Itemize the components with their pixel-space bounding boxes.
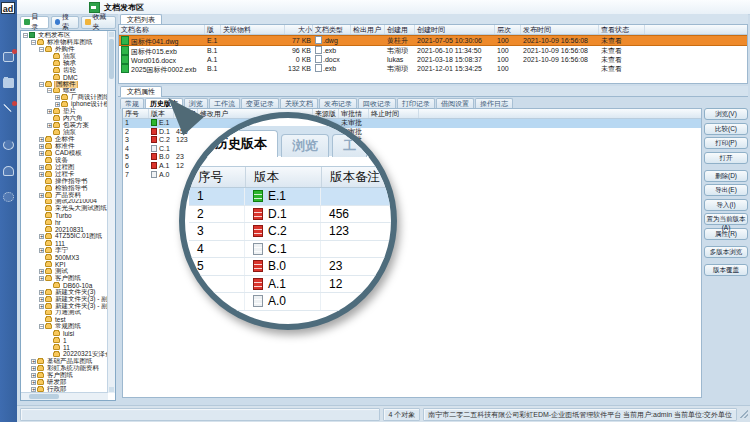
action-button[interactable]: 版本覆盖 [704, 264, 748, 276]
column-header[interactable]: 序号 [123, 109, 149, 118]
tree-item[interactable]: 内六角 [22, 115, 108, 122]
action-button[interactable]: 导入(I) [704, 199, 748, 211]
expand-icon[interactable] [47, 283, 52, 288]
tree-item[interactable]: 采光头大测试图纸 [22, 205, 108, 212]
tree-item[interactable]: test [22, 316, 108, 323]
tree-item[interactable]: 1 [22, 337, 108, 344]
expand-icon[interactable] [39, 241, 44, 246]
tree-item[interactable]: 研发部 [22, 379, 108, 386]
expand-icon[interactable] [39, 144, 44, 149]
scroll-thumb[interactable] [29, 394, 59, 399]
expand-icon[interactable] [47, 116, 52, 121]
tree-item[interactable]: 客户图纸 [22, 372, 108, 379]
column-header[interactable]: 终止时间 [369, 109, 419, 118]
tree-item[interactable]: 过程图 [22, 164, 108, 171]
expand-icon[interactable] [39, 276, 44, 281]
expand-icon[interactable] [55, 102, 60, 107]
expand-icon[interactable] [39, 172, 44, 177]
tree-item[interactable]: 新建文件夹(3) [22, 289, 108, 296]
expand-icon[interactable] [31, 380, 36, 385]
action-button[interactable]: 导出(E) [704, 184, 748, 196]
column-header[interactable]: 大小 [285, 25, 313, 34]
expand-icon[interactable] [39, 310, 44, 315]
column-header[interactable]: 层次 [495, 25, 521, 34]
expand-icon[interactable] [47, 352, 52, 357]
tree-item[interactable]: 标准物料库图纸 [22, 39, 108, 46]
expand-icon[interactable] [47, 331, 52, 336]
tree-item[interactable]: 500MX3 [22, 254, 108, 261]
expand-icon[interactable] [47, 109, 52, 114]
gear-icon[interactable] [3, 192, 14, 202]
tree-toolbar-tab[interactable]: 收藏夹 [81, 16, 116, 29]
expand-icon[interactable] [31, 373, 36, 378]
table-row[interactable]: 2025国标件0002.exb B.1 132 KB .exb 韦湖琐 2021… [119, 64, 747, 73]
action-button[interactable]: 属性(R) [704, 228, 748, 240]
tree-item[interactable]: luisi [22, 330, 108, 337]
tree-item[interactable]: 新建文件夹(3) - 副本 [22, 296, 108, 303]
expand-icon[interactable] [39, 47, 44, 52]
expand-icon[interactable] [31, 40, 36, 45]
tree-item[interactable]: 常规图纸 [22, 323, 108, 330]
tree-item[interactable]: 李宁 [22, 247, 108, 254]
expand-icon[interactable] [39, 193, 44, 198]
expand-icon[interactable] [39, 186, 44, 191]
tree-item[interactable]: DMC [22, 74, 108, 81]
expand-icon[interactable] [39, 304, 44, 309]
tree-item[interactable]: 轴承 [22, 60, 108, 67]
table-row[interactable]: Word016.docx A.1 0 KB .docx lukas 2021-0… [119, 55, 747, 64]
expand-icon[interactable] [47, 68, 52, 73]
tree-item[interactable]: 国标件 [22, 81, 108, 88]
tree-item[interactable]: 20210831 [22, 226, 108, 233]
expand-icon[interactable] [39, 317, 44, 322]
column-header[interactable]: 关联物料 [221, 25, 285, 34]
expand-icon[interactable] [39, 199, 44, 204]
resize-grip[interactable] [740, 410, 748, 418]
tree-item[interactable]: 标准件 [22, 143, 108, 150]
tree-item[interactable]: 彩虹系统功能资料 [22, 365, 108, 372]
expand-icon[interactable] [31, 366, 36, 371]
tree-item[interactable]: 油泵 [22, 53, 108, 60]
tree-item[interactable]: 11 [22, 344, 108, 351]
tab-document-properties[interactable]: 文档属性 [120, 86, 162, 97]
column-header[interactable]: 文档名称 [119, 25, 205, 34]
expand-icon[interactable] [39, 269, 44, 274]
tree-item[interactable]: Turbo [22, 212, 108, 219]
expand-icon[interactable] [47, 54, 52, 59]
tree-item[interactable]: 油泵 [22, 129, 108, 136]
tree-item[interactable]: 过程卡 [22, 171, 108, 178]
folder-icon[interactable] [3, 78, 14, 88]
column-header[interactable]: 审批情况 [339, 109, 369, 118]
tree-item[interactable]: 基础产品库图纸 [22, 358, 108, 365]
tree-horizontal-scrollbar[interactable] [21, 392, 108, 400]
expand-icon[interactable] [39, 234, 44, 239]
scroll-thumb[interactable] [109, 39, 114, 79]
expand-icon[interactable] [47, 88, 52, 93]
tree-item[interactable]: 厂商设计图纸 [22, 94, 108, 101]
tree-item[interactable]: 产品资料 [22, 192, 108, 199]
tree-item[interactable]: 设备 [22, 157, 108, 164]
message-icon[interactable] [3, 52, 14, 62]
tree-item[interactable]: 垫片 [22, 108, 108, 115]
tree-item[interactable]: 4TZ55IC.01图纸 [22, 233, 108, 240]
action-button[interactable]: 浏览(V) [704, 108, 748, 120]
expand-icon[interactable] [39, 290, 44, 295]
tree-item[interactable]: 20220321安泽金图纸 [22, 351, 108, 358]
table-row[interactable]: 2 D.1 456 C.2 已审批 [123, 128, 701, 137]
expand-icon[interactable] [47, 130, 52, 135]
expand-icon[interactable] [31, 359, 36, 364]
expand-icon[interactable] [47, 75, 52, 80]
tree-item[interactable]: 文档发布区 [22, 32, 108, 39]
column-header[interactable]: 创建时间 [415, 25, 495, 34]
action-button[interactable]: 置为当前版本(A) [704, 213, 748, 225]
sync-icon[interactable] [3, 140, 14, 150]
expand-icon[interactable] [39, 255, 44, 260]
column-header[interactable]: 版本 [205, 25, 221, 34]
tree-item[interactable]: 111 [22, 240, 108, 247]
tree-item[interactable]: 新建文件夹(3) - 副本 - 副本 [22, 303, 108, 310]
chart-icon[interactable] [3, 104, 14, 114]
tree-item[interactable]: 企标件 [22, 136, 108, 143]
expand-icon[interactable] [39, 213, 44, 218]
tree-item[interactable]: 操作指导书 [22, 178, 108, 185]
tree-item[interactable]: DB60-10a [22, 282, 108, 289]
tree-vertical-scrollbar[interactable] [107, 31, 115, 393]
